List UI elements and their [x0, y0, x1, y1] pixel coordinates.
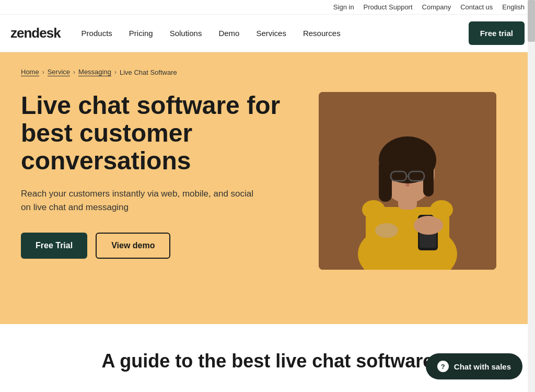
nav-links: Products Pricing Solutions Demo Services…	[82, 29, 469, 38]
breadcrumb-sep-2: ›	[73, 68, 75, 76]
hero-view-demo-button[interactable]: View demo	[96, 233, 170, 259]
breadcrumb-current: Live Chat Software	[120, 68, 177, 76]
scrollbar-thumb[interactable]	[528, 0, 535, 42]
hero-image-svg	[319, 92, 496, 270]
svg-point-18	[362, 200, 385, 219]
breadcrumb-home[interactable]: Home	[21, 68, 39, 76]
hero-text: Live chat software for best customer con…	[21, 92, 298, 259]
nav-services[interactable]: Services	[256, 29, 286, 38]
breadcrumb-messaging[interactable]: Messaging	[78, 68, 111, 76]
scrollbar[interactable]	[528, 0, 535, 392]
svg-rect-7	[423, 160, 434, 197]
topbar-signin[interactable]: Sign in	[333, 3, 354, 11]
nav-solutions[interactable]: Solutions	[170, 29, 202, 38]
hero-buttons: Free Trial View demo	[21, 233, 298, 259]
nav-pricing[interactable]: Pricing	[129, 29, 153, 38]
hero-free-trial-button[interactable]: Free Trial	[21, 233, 87, 259]
topbar-language[interactable]: English	[502, 3, 525, 11]
topbar-product-support[interactable]: Product Support	[364, 3, 413, 11]
chat-icon-symbol: ?	[441, 363, 445, 371]
chat-icon: ?	[437, 361, 449, 372]
chat-with-sales-button[interactable]: ? Chat with sales	[426, 353, 522, 379]
nav-resources[interactable]: Resources	[303, 29, 341, 38]
svg-point-13	[405, 183, 410, 187]
svg-point-11	[396, 172, 402, 180]
nav-demo[interactable]: Demo	[218, 29, 239, 38]
svg-point-19	[430, 200, 453, 219]
topbar-contact-us[interactable]: Contact us	[460, 3, 493, 11]
navbar: zendesk Products Pricing Solutions Demo …	[0, 15, 535, 52]
breadcrumb-service[interactable]: Service	[48, 68, 70, 76]
top-bar: Sign in Product Support Company Contact …	[0, 0, 535, 15]
hero-title: Live chat software for best customer con…	[21, 92, 298, 175]
svg-point-17	[375, 223, 398, 238]
breadcrumb: Home › Service › Messaging › Live Chat S…	[21, 68, 514, 76]
topbar-company[interactable]: Company	[422, 3, 451, 11]
breadcrumb-sep-3: ›	[114, 68, 117, 76]
hero-image	[319, 92, 496, 270]
svg-point-12	[413, 172, 420, 180]
chat-sales-label: Chat with sales	[454, 362, 511, 371]
svg-rect-6	[379, 160, 392, 202]
nav-free-trial-button[interactable]: Free trial	[469, 21, 525, 45]
hero-content: Live chat software for best customer con…	[21, 92, 514, 270]
nav-products[interactable]: Products	[82, 29, 112, 38]
hero-section: Home › Service › Messaging › Live Chat S…	[0, 52, 535, 324]
logo[interactable]: zendesk	[10, 25, 61, 41]
breadcrumb-sep-1: ›	[42, 68, 44, 76]
hero-subtitle: Reach your customers instantly via web, …	[21, 187, 256, 214]
